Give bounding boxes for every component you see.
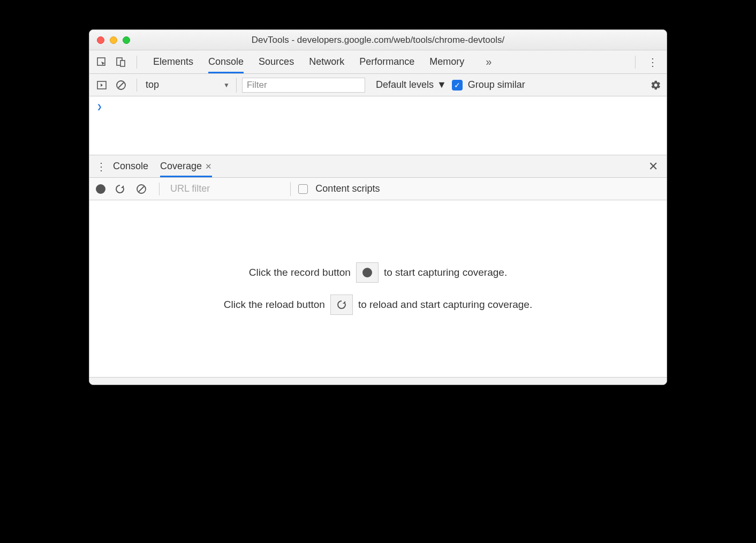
console-settings-button[interactable] [651,80,661,90]
log-levels-selector[interactable]: Default levels ▼ [371,79,447,90]
reload-icon [115,184,125,194]
hint-text: Click the reload button [224,299,325,311]
console-toolbar: top ▼ Filter Default levels ▼ ✓ Group si… [89,74,667,96]
coverage-body: Click the record button to start capturi… [89,200,667,377]
hint-text: to reload and start capturing coverage. [358,299,532,311]
close-icon: ✕ [648,160,658,173]
tab-performance[interactable]: Performance [359,50,414,73]
zoom-window-button[interactable] [123,36,130,44]
reload-button[interactable] [113,182,127,196]
context-selector[interactable]: top ▼ [146,78,237,93]
chevron-right-icon: » [486,56,492,67]
svg-line-5 [118,82,124,88]
footer-bar [89,377,667,384]
console-filter-input[interactable]: Filter [242,78,365,93]
device-toggle-icon[interactable] [114,55,128,69]
tab-label: Elements [153,56,193,67]
tab-memory[interactable]: Memory [429,50,464,73]
main-tabs-row: Elements Console Sources Network Perform… [89,50,667,74]
hint-record: Click the record button to start capturi… [249,262,507,283]
console-sidebar-toggle-icon[interactable] [95,78,109,92]
drawer-tab-coverage[interactable]: Coverage ✕ [160,155,212,177]
placeholder-text: URL filter [170,183,210,194]
record-icon [96,184,105,194]
svg-rect-2 [120,61,125,66]
console-prompt: ❯ [97,102,102,112]
drawer-tab-console[interactable]: Console [113,155,148,177]
levels-label: Default levels [376,79,434,90]
chevron-down-icon: ▼ [223,81,230,89]
drawer-tabs: Console Coverage ✕ [113,155,212,177]
group-similar-label: Group similar [468,79,525,90]
main-menu-button[interactable]: ⋮ [639,56,667,69]
hint-reload-button[interactable] [330,295,353,315]
tab-label: Console [208,56,244,67]
window-controls [89,36,130,44]
clear-coverage-button[interactable] [134,182,148,196]
separator [159,183,160,195]
drawer-tab-label: Coverage [160,161,202,172]
tabs-overflow-button[interactable]: » [479,56,498,68]
console-body[interactable]: ❯ [89,96,667,155]
chevron-down-icon: ▼ [437,79,447,90]
tab-elements[interactable]: Elements [153,50,193,73]
tab-label: Sources [259,56,294,67]
hint-record-button[interactable] [356,262,379,283]
tab-label: Memory [429,56,464,67]
main-tabs: Elements Console Sources Network Perform… [146,50,632,73]
inspect-element-icon[interactable] [95,55,109,69]
tab-sources[interactable]: Sources [259,50,294,73]
tab-label: Network [309,56,344,67]
separator [137,56,137,69]
record-icon [362,268,372,277]
hint-text: to start capturing coverage. [384,267,507,278]
titlebar: DevTools - developers.google.com/web/too… [89,30,667,50]
check-icon: ✓ [454,81,460,89]
content-scripts-checkbox[interactable] [298,184,308,194]
tab-console[interactable]: Console [208,50,244,73]
clear-console-icon[interactable] [114,78,128,92]
drawer-menu-button[interactable]: ⋮ [89,160,113,173]
hint-text: Click the record button [249,267,351,278]
content-scripts-label: Content scripts [315,183,380,194]
close-window-button[interactable] [97,36,104,44]
group-similar-checkbox[interactable]: ✓ [452,80,463,90]
context-selector-label: top [146,79,159,90]
gear-icon [651,80,661,90]
record-button[interactable] [96,184,105,194]
devtools-window: DevTools - developers.google.com/web/too… [89,29,667,385]
url-filter-input[interactable]: URL filter [170,182,291,196]
separator [635,56,636,69]
tab-network[interactable]: Network [309,50,344,73]
window-title: DevTools - developers.google.com/web/too… [89,35,667,46]
drawer-close-button[interactable]: ✕ [640,160,667,174]
kebab-icon: ⋮ [96,161,107,172]
drawer-header: ⋮ Console Coverage ✕ ✕ [89,155,667,178]
close-tab-icon[interactable]: ✕ [205,162,212,171]
reload-icon [336,299,347,310]
tab-label: Performance [359,56,414,67]
coverage-toolbar: URL filter Content scripts [89,178,667,200]
hint-reload: Click the reload button to reload and st… [224,295,532,315]
minimize-window-button[interactable] [110,36,117,44]
kebab-icon: ⋮ [647,56,658,68]
separator [137,79,137,92]
placeholder-text: Filter [247,80,267,90]
clear-icon [136,184,147,194]
svg-line-7 [139,186,144,192]
drawer-tab-label: Console [113,161,148,172]
